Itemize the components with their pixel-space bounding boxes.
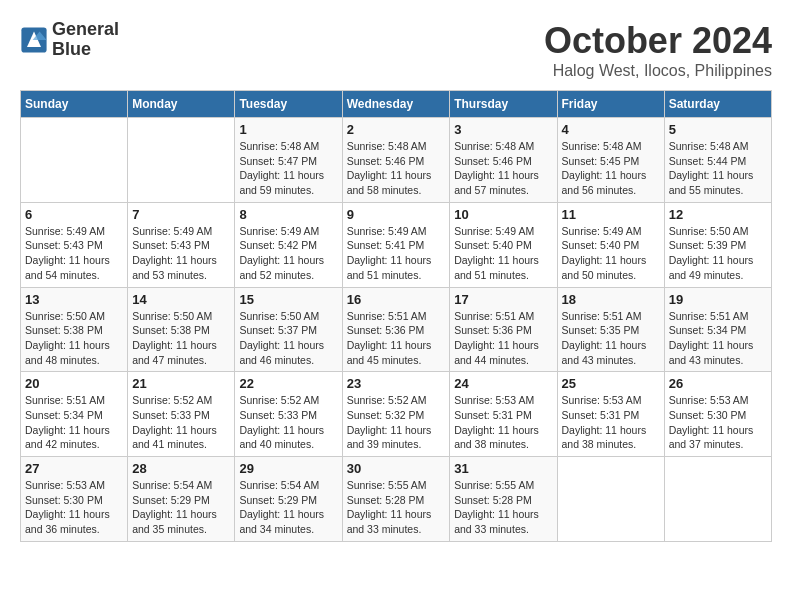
logo-text: General Blue (52, 20, 119, 60)
table-row: 22 Sunrise: 5:52 AMSunset: 5:33 PMDaylig… (235, 372, 342, 457)
table-row: 21 Sunrise: 5:52 AMSunset: 5:33 PMDaylig… (128, 372, 235, 457)
table-row: 28 Sunrise: 5:54 AMSunset: 5:29 PMDaylig… (128, 457, 235, 542)
col-saturday: Saturday (664, 91, 771, 118)
table-row: 8 Sunrise: 5:49 AMSunset: 5:42 PMDayligh… (235, 202, 342, 287)
day-info: Sunrise: 5:48 AMSunset: 5:44 PMDaylight:… (669, 139, 767, 198)
day-number: 19 (669, 292, 767, 307)
day-number: 20 (25, 376, 123, 391)
table-row: 20 Sunrise: 5:51 AMSunset: 5:34 PMDaylig… (21, 372, 128, 457)
day-number: 12 (669, 207, 767, 222)
day-number: 30 (347, 461, 446, 476)
day-number: 27 (25, 461, 123, 476)
day-info: Sunrise: 5:51 AMSunset: 5:34 PMDaylight:… (25, 393, 123, 452)
day-info: Sunrise: 5:51 AMSunset: 5:36 PMDaylight:… (454, 309, 552, 368)
table-row (21, 118, 128, 203)
day-info: Sunrise: 5:51 AMSunset: 5:36 PMDaylight:… (347, 309, 446, 368)
day-number: 15 (239, 292, 337, 307)
day-info: Sunrise: 5:48 AMSunset: 5:46 PMDaylight:… (347, 139, 446, 198)
table-row (557, 457, 664, 542)
day-number: 14 (132, 292, 230, 307)
calendar-header-row: Sunday Monday Tuesday Wednesday Thursday… (21, 91, 772, 118)
day-info: Sunrise: 5:49 AMSunset: 5:40 PMDaylight:… (562, 224, 660, 283)
day-info: Sunrise: 5:54 AMSunset: 5:29 PMDaylight:… (132, 478, 230, 537)
calendar-table: Sunday Monday Tuesday Wednesday Thursday… (20, 90, 772, 542)
day-number: 24 (454, 376, 552, 391)
table-row: 10 Sunrise: 5:49 AMSunset: 5:40 PMDaylig… (450, 202, 557, 287)
col-thursday: Thursday (450, 91, 557, 118)
table-row: 31 Sunrise: 5:55 AMSunset: 5:28 PMDaylig… (450, 457, 557, 542)
day-number: 21 (132, 376, 230, 391)
day-info: Sunrise: 5:48 AMSunset: 5:45 PMDaylight:… (562, 139, 660, 198)
day-info: Sunrise: 5:49 AMSunset: 5:40 PMDaylight:… (454, 224, 552, 283)
table-row: 26 Sunrise: 5:53 AMSunset: 5:30 PMDaylig… (664, 372, 771, 457)
col-wednesday: Wednesday (342, 91, 450, 118)
table-row: 15 Sunrise: 5:50 AMSunset: 5:37 PMDaylig… (235, 287, 342, 372)
table-row: 2 Sunrise: 5:48 AMSunset: 5:46 PMDayligh… (342, 118, 450, 203)
col-sunday: Sunday (21, 91, 128, 118)
day-info: Sunrise: 5:49 AMSunset: 5:43 PMDaylight:… (25, 224, 123, 283)
day-number: 26 (669, 376, 767, 391)
day-number: 6 (25, 207, 123, 222)
calendar-week-row: 13 Sunrise: 5:50 AMSunset: 5:38 PMDaylig… (21, 287, 772, 372)
day-info: Sunrise: 5:52 AMSunset: 5:33 PMDaylight:… (132, 393, 230, 452)
table-row: 29 Sunrise: 5:54 AMSunset: 5:29 PMDaylig… (235, 457, 342, 542)
table-row: 27 Sunrise: 5:53 AMSunset: 5:30 PMDaylig… (21, 457, 128, 542)
calendar-week-row: 27 Sunrise: 5:53 AMSunset: 5:30 PMDaylig… (21, 457, 772, 542)
day-info: Sunrise: 5:52 AMSunset: 5:33 PMDaylight:… (239, 393, 337, 452)
table-row (664, 457, 771, 542)
col-tuesday: Tuesday (235, 91, 342, 118)
calendar-week-row: 20 Sunrise: 5:51 AMSunset: 5:34 PMDaylig… (21, 372, 772, 457)
day-info: Sunrise: 5:49 AMSunset: 5:41 PMDaylight:… (347, 224, 446, 283)
table-row: 1 Sunrise: 5:48 AMSunset: 5:47 PMDayligh… (235, 118, 342, 203)
day-number: 3 (454, 122, 552, 137)
day-number: 2 (347, 122, 446, 137)
logo-icon (20, 26, 48, 54)
table-row: 17 Sunrise: 5:51 AMSunset: 5:36 PMDaylig… (450, 287, 557, 372)
day-info: Sunrise: 5:53 AMSunset: 5:31 PMDaylight:… (454, 393, 552, 452)
day-info: Sunrise: 5:49 AMSunset: 5:43 PMDaylight:… (132, 224, 230, 283)
day-info: Sunrise: 5:53 AMSunset: 5:31 PMDaylight:… (562, 393, 660, 452)
day-number: 11 (562, 207, 660, 222)
day-info: Sunrise: 5:54 AMSunset: 5:29 PMDaylight:… (239, 478, 337, 537)
table-row: 5 Sunrise: 5:48 AMSunset: 5:44 PMDayligh… (664, 118, 771, 203)
day-number: 18 (562, 292, 660, 307)
day-number: 7 (132, 207, 230, 222)
table-row: 24 Sunrise: 5:53 AMSunset: 5:31 PMDaylig… (450, 372, 557, 457)
table-row (128, 118, 235, 203)
day-number: 13 (25, 292, 123, 307)
calendar-week-row: 1 Sunrise: 5:48 AMSunset: 5:47 PMDayligh… (21, 118, 772, 203)
location-title: Halog West, Ilocos, Philippines (544, 62, 772, 80)
logo: General Blue (20, 20, 119, 60)
day-number: 9 (347, 207, 446, 222)
col-monday: Monday (128, 91, 235, 118)
table-row: 7 Sunrise: 5:49 AMSunset: 5:43 PMDayligh… (128, 202, 235, 287)
day-number: 17 (454, 292, 552, 307)
day-info: Sunrise: 5:50 AMSunset: 5:37 PMDaylight:… (239, 309, 337, 368)
table-row: 11 Sunrise: 5:49 AMSunset: 5:40 PMDaylig… (557, 202, 664, 287)
day-number: 23 (347, 376, 446, 391)
table-row: 4 Sunrise: 5:48 AMSunset: 5:45 PMDayligh… (557, 118, 664, 203)
day-number: 31 (454, 461, 552, 476)
day-number: 16 (347, 292, 446, 307)
day-info: Sunrise: 5:53 AMSunset: 5:30 PMDaylight:… (25, 478, 123, 537)
table-row: 18 Sunrise: 5:51 AMSunset: 5:35 PMDaylig… (557, 287, 664, 372)
month-title: October 2024 (544, 20, 772, 62)
table-row: 16 Sunrise: 5:51 AMSunset: 5:36 PMDaylig… (342, 287, 450, 372)
day-number: 10 (454, 207, 552, 222)
day-number: 29 (239, 461, 337, 476)
table-row: 9 Sunrise: 5:49 AMSunset: 5:41 PMDayligh… (342, 202, 450, 287)
table-row: 6 Sunrise: 5:49 AMSunset: 5:43 PMDayligh… (21, 202, 128, 287)
day-info: Sunrise: 5:52 AMSunset: 5:32 PMDaylight:… (347, 393, 446, 452)
title-area: October 2024 Halog West, Ilocos, Philipp… (544, 20, 772, 80)
day-info: Sunrise: 5:50 AMSunset: 5:38 PMDaylight:… (132, 309, 230, 368)
day-info: Sunrise: 5:55 AMSunset: 5:28 PMDaylight:… (454, 478, 552, 537)
day-info: Sunrise: 5:50 AMSunset: 5:39 PMDaylight:… (669, 224, 767, 283)
table-row: 25 Sunrise: 5:53 AMSunset: 5:31 PMDaylig… (557, 372, 664, 457)
table-row: 30 Sunrise: 5:55 AMSunset: 5:28 PMDaylig… (342, 457, 450, 542)
day-info: Sunrise: 5:55 AMSunset: 5:28 PMDaylight:… (347, 478, 446, 537)
day-info: Sunrise: 5:51 AMSunset: 5:34 PMDaylight:… (669, 309, 767, 368)
table-row: 3 Sunrise: 5:48 AMSunset: 5:46 PMDayligh… (450, 118, 557, 203)
day-info: Sunrise: 5:49 AMSunset: 5:42 PMDaylight:… (239, 224, 337, 283)
day-info: Sunrise: 5:48 AMSunset: 5:47 PMDaylight:… (239, 139, 337, 198)
day-number: 25 (562, 376, 660, 391)
